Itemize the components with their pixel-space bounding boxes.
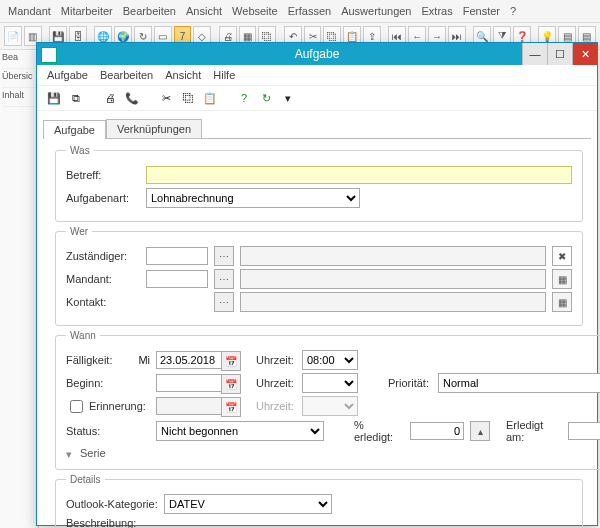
- uhrzeit3-select: [302, 396, 358, 416]
- calendar-icon: 📅: [221, 397, 241, 417]
- menu-help[interactable]: ?: [510, 5, 516, 17]
- label-faelligkeit: Fälligkeit:: [66, 354, 130, 366]
- menu-auswertungen[interactable]: Auswertungen: [341, 5, 411, 17]
- label-betreff: Betreff:: [66, 169, 140, 181]
- calendar-icon[interactable]: 📅: [221, 374, 241, 394]
- label-pct: % erledigt:: [354, 419, 404, 443]
- label-zustaendiger: Zuständiger:: [66, 250, 140, 262]
- zustaendiger-input[interactable]: [146, 247, 208, 265]
- left-sidebar: Bea Übersic Inhalt Histor Gültig: [0, 50, 39, 528]
- maximize-button[interactable]: ☐: [547, 43, 572, 65]
- paste-icon[interactable]: 📋: [201, 89, 219, 107]
- label-beginn: Beginn:: [66, 377, 130, 389]
- dialog-titlebar: ✓ Aufgabe — ☐ ✕: [37, 43, 597, 65]
- mandant-input[interactable]: [146, 270, 208, 288]
- more-icon[interactable]: ▾: [279, 89, 297, 107]
- form-body: Was Betreff: Aufgabenart: Lohnabrechnung…: [37, 139, 597, 528]
- dialog-tabs: Aufgabe Verknüpfungen: [37, 111, 597, 138]
- main-menubar: Mandant Mitarbeiter Bearbeiten Ansicht W…: [0, 0, 600, 23]
- label-uhrzeit2: Uhrzeit:: [256, 377, 296, 389]
- mandant-display: [240, 269, 546, 289]
- uhrzeit1-select[interactable]: 08:00: [302, 350, 358, 370]
- kontakt-link-icon[interactable]: ▦: [552, 292, 572, 312]
- betreff-input[interactable]: [146, 166, 572, 184]
- dialog-menubar: Aufgabe Bearbeiten Ansicht Hilfe: [37, 65, 597, 86]
- phone-icon[interactable]: 📞: [123, 89, 141, 107]
- erinnerung-checkbox[interactable]: [70, 400, 83, 413]
- group-details: Details Outlook-Kategorie: DATEV Beschre…: [55, 474, 583, 528]
- outlook-select[interactable]: DATEV: [164, 494, 332, 514]
- sidebar-item[interactable]: Übersic: [2, 71, 36, 88]
- menu-mitarbeiter[interactable]: Mitarbeiter: [61, 5, 113, 17]
- dialog-menu-aufgabe[interactable]: Aufgabe: [47, 69, 88, 81]
- label-status: Status:: [66, 425, 130, 437]
- mandant-link-icon[interactable]: ▦: [552, 269, 572, 289]
- cut-icon[interactable]: ✂: [157, 89, 175, 107]
- label-outlook: Outlook-Kategorie:: [66, 498, 158, 510]
- kontakt-picker-icon[interactable]: ⋯: [214, 292, 234, 312]
- label-erledigt-am: Erledigt am:: [506, 419, 562, 443]
- copy-icon[interactable]: ⿻: [179, 89, 197, 107]
- menu-webseite[interactable]: Webseite: [232, 5, 278, 17]
- group-wann: Wann Fälligkeit: Mi 📅 Uhrzeit: 08:00 Beg…: [55, 330, 600, 470]
- label-kontakt: Kontakt:: [66, 296, 140, 308]
- saveclose-icon[interactable]: ⧉: [67, 89, 85, 107]
- label-aufgabenart: Aufgabenart:: [66, 192, 140, 204]
- beginn-input[interactable]: [156, 374, 222, 392]
- menu-fenster[interactable]: Fenster: [463, 5, 500, 17]
- tb-new-icon[interactable]: 📄: [4, 26, 22, 46]
- label-uhrzeit3: Uhrzeit:: [256, 400, 296, 412]
- serie-expander[interactable]: ▾ Serie: [66, 447, 600, 459]
- sidebar-item[interactable]: Bea: [2, 52, 36, 69]
- faelligkeit-input[interactable]: [156, 351, 222, 369]
- help-icon[interactable]: ?: [235, 89, 253, 107]
- print-icon[interactable]: 🖨: [101, 89, 119, 107]
- label-beschreibung: Beschreibung:: [66, 517, 158, 528]
- dialog-menu-hilfe[interactable]: Hilfe: [213, 69, 235, 81]
- prioritaet-select[interactable]: Normal: [438, 373, 600, 393]
- erinnerung-input[interactable]: [156, 397, 222, 415]
- menu-ansicht[interactable]: Ansicht: [186, 5, 222, 17]
- dialog-app-icon: ✓: [41, 47, 57, 63]
- menu-bearbeiten[interactable]: Bearbeiten: [123, 5, 176, 17]
- refresh-icon[interactable]: ↻: [257, 89, 275, 107]
- kontakt-display: [240, 292, 546, 312]
- dialog-menu-bearbeiten[interactable]: Bearbeiten: [100, 69, 153, 81]
- legend-was: Was: [66, 145, 94, 156]
- zustaendiger-picker-icon[interactable]: ⋯: [214, 246, 234, 266]
- sidebar-item[interactable]: Inhalt: [2, 90, 36, 107]
- uhrzeit2-select[interactable]: [302, 373, 358, 393]
- zustaendiger-clear-icon[interactable]: ✖: [552, 246, 572, 266]
- group-wer: Wer Zuständiger: ⋯ ✖ Mandant: ⋯ ▦ Kontak…: [55, 226, 583, 326]
- menu-extras[interactable]: Extras: [421, 5, 452, 17]
- label-mandant: Mandant:: [66, 273, 140, 285]
- menu-mandant[interactable]: Mandant: [8, 5, 51, 17]
- dialog-title: Aufgabe: [295, 47, 340, 61]
- aufgabenart-select[interactable]: Lohnabrechnung: [146, 188, 360, 208]
- calendar-icon[interactable]: 📅: [221, 351, 241, 371]
- pct-input[interactable]: [410, 422, 464, 440]
- zustaendiger-display: [240, 246, 546, 266]
- minimize-button[interactable]: —: [522, 43, 547, 65]
- legend-details: Details: [66, 474, 105, 485]
- dialog-menu-ansicht[interactable]: Ansicht: [165, 69, 201, 81]
- legend-wer: Wer: [66, 226, 92, 237]
- aufgabe-dialog: ✓ Aufgabe — ☐ ✕ Aufgabe Bearbeiten Ansic…: [36, 42, 598, 526]
- mandant-picker-icon[interactable]: ⋯: [214, 269, 234, 289]
- dialog-toolbar: 💾 ⧉ 🖨 📞 ✂ ⿻ 📋 ? ↻ ▾: [37, 86, 597, 111]
- legend-wann: Wann: [66, 330, 100, 341]
- label-prioritaet: Priorität:: [388, 377, 432, 389]
- erledigt-am-input[interactable]: [568, 422, 600, 440]
- close-button[interactable]: ✕: [572, 43, 597, 65]
- menu-erfassen[interactable]: Erfassen: [288, 5, 331, 17]
- status-select[interactable]: Nicht begonnen: [156, 421, 324, 441]
- chevron-down-icon: ▾: [66, 448, 76, 458]
- label-erinnerung: Erinnerung:: [89, 400, 146, 412]
- save-icon[interactable]: 💾: [45, 89, 63, 107]
- faelligkeit-day: Mi: [136, 354, 150, 366]
- tab-aufgabe[interactable]: Aufgabe: [43, 120, 106, 139]
- spinner-icon[interactable]: ▴: [470, 421, 490, 441]
- group-was: Was Betreff: Aufgabenart: Lohnabrechnung: [55, 145, 583, 222]
- tab-verknuepfungen[interactable]: Verknüpfungen: [106, 119, 202, 138]
- label-uhrzeit1: Uhrzeit:: [256, 354, 296, 366]
